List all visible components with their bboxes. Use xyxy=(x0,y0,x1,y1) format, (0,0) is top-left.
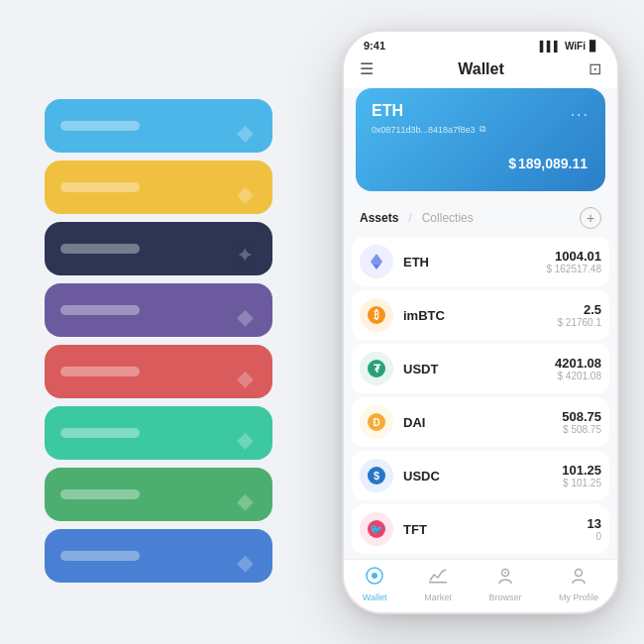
svg-point-13 xyxy=(372,573,377,579)
card-label xyxy=(60,305,140,315)
asset-item-usdc[interactable]: $ USDC 101.25 $ 101.25 xyxy=(352,451,609,500)
card-label xyxy=(60,244,140,254)
card-icon-5: ◆ xyxy=(231,365,259,392)
nav-market[interactable]: Market xyxy=(424,566,452,602)
card-icon-2: ◆ xyxy=(231,180,259,208)
menu-icon[interactable]: ☰ xyxy=(360,59,374,78)
tab-assets[interactable]: Assets xyxy=(360,211,398,225)
card-icon-1: ◆ xyxy=(231,119,259,147)
profile-nav-label: My Profile xyxy=(559,592,598,602)
usdc-name: USDC xyxy=(403,469,562,483)
scan-icon[interactable]: ⊡ xyxy=(589,59,601,78)
market-nav-label: Market xyxy=(424,592,452,602)
dai-amounts: 508.75 $ 508.75 xyxy=(562,409,601,435)
status-icons: ▌▌▌ WiFi ▊ xyxy=(540,41,597,52)
svg-text:₮: ₮ xyxy=(374,363,381,375)
wallet-more-button[interactable]: ... xyxy=(571,102,590,120)
card-icon-6: ◆ xyxy=(231,426,259,454)
imbtc-amounts: 2.5 $ 21760.1 xyxy=(558,302,602,328)
nav-profile[interactable]: My Profile xyxy=(559,566,598,602)
usdt-icon: ₮ xyxy=(360,352,393,385)
card-icon-3: ✦ xyxy=(231,242,259,269)
card-icon-8: ◆ xyxy=(231,549,259,577)
dai-name: DAI xyxy=(403,415,562,430)
bottom-nav: Wallet Market Browser xyxy=(344,559,617,612)
usdt-name: USDT xyxy=(403,362,555,376)
svg-text:$: $ xyxy=(374,470,379,482)
usdt-balance: 4201.08 xyxy=(555,356,601,371)
status-bar: 9:41 ▌▌▌ WiFi ▊ xyxy=(344,32,617,55)
card-label xyxy=(60,489,140,499)
card-icon-7: ◆ xyxy=(231,487,259,515)
wallet-card-2[interactable]: ◆ xyxy=(45,161,272,214)
usdc-balance: 101.25 xyxy=(562,463,601,478)
wallet-card-5[interactable]: ◆ xyxy=(45,345,272,398)
dai-icon: D xyxy=(360,405,393,439)
asset-list: ETH 1004.01 $ 162517.48 ₿ imBTC 2.5 $ 21… xyxy=(344,237,617,559)
tab-collecties[interactable]: Collecties xyxy=(422,211,474,225)
asset-item-dai[interactable]: D DAI 508.75 $ 508.75 xyxy=(352,397,609,447)
copy-address-icon[interactable]: ⧉ xyxy=(480,124,485,135)
tab-divider: / xyxy=(408,211,411,225)
card-label xyxy=(60,121,140,131)
card-icon-4: ◆ xyxy=(231,303,259,331)
svg-text:₿: ₿ xyxy=(374,309,379,321)
add-asset-button[interactable]: + xyxy=(580,207,601,229)
market-nav-icon xyxy=(428,566,448,590)
wallet-nav-label: Wallet xyxy=(363,592,387,602)
cards-stack: ◆ ◆ ✦ ◆ ◆ ◆ ◆ ◆ xyxy=(45,99,272,583)
scene: ◆ ◆ ✦ ◆ ◆ ◆ ◆ ◆ xyxy=(15,20,629,624)
wallet-card-3[interactable]: ✦ xyxy=(45,222,272,275)
assets-section-header: Assets / Collecties + xyxy=(344,201,617,237)
profile-nav-icon xyxy=(569,566,589,590)
phone-screen: 9:41 ▌▌▌ WiFi ▊ ☰ Wallet ⊡ ETH ... xyxy=(344,32,617,612)
browser-nav-label: Browser xyxy=(488,592,521,602)
asset-item-imbtc[interactable]: ₿ imBTC 2.5 $ 21760.1 xyxy=(352,290,609,340)
asset-item-tft[interactable]: 🐦 TFT 13 0 xyxy=(352,504,609,554)
imbtc-usd: $ 21760.1 xyxy=(558,317,602,328)
phone-mockup: 9:41 ▌▌▌ WiFi ▊ ☰ Wallet ⊡ ETH ... xyxy=(342,30,619,614)
assets-tabs: Assets / Collecties xyxy=(360,211,474,225)
eth-usd: $ 162517.48 xyxy=(546,264,601,274)
signal-icon: ▌▌▌ xyxy=(540,41,561,52)
card-label xyxy=(60,428,140,438)
nav-wallet[interactable]: Wallet xyxy=(363,566,387,602)
usdc-amounts: 101.25 $ 101.25 xyxy=(562,463,601,488)
usdt-amounts: 4201.08 $ 4201.08 xyxy=(555,356,601,381)
tft-balance: 13 xyxy=(588,516,601,531)
svg-point-17 xyxy=(576,570,583,577)
wallet-nav-icon xyxy=(365,566,384,590)
wallet-card-6[interactable]: ◆ xyxy=(45,406,272,460)
card-label xyxy=(60,551,140,561)
wallet-card-7[interactable]: ◆ xyxy=(45,468,272,521)
dai-usd: $ 508.75 xyxy=(562,424,601,435)
card-label xyxy=(60,367,140,376)
usdt-usd: $ 4201.08 xyxy=(555,371,601,381)
wallet-name: ETH xyxy=(372,102,403,120)
wallet-balance-card[interactable]: ETH ... 0x08711d3b...8418a7f8e3 ⧉ $189,0… xyxy=(356,88,605,191)
wallet-card-top: ETH ... xyxy=(372,102,590,120)
svg-point-16 xyxy=(504,572,506,574)
browser-nav-icon xyxy=(495,566,515,590)
asset-item-usdt[interactable]: ₮ USDT 4201.08 $ 4201.08 xyxy=(352,344,609,393)
phone-header: ☰ Wallet ⊡ xyxy=(344,55,617,88)
wallet-address: 0x08711d3b...8418a7f8e3 ⧉ xyxy=(372,124,590,135)
tft-usd: 0 xyxy=(588,531,601,542)
asset-item-eth[interactable]: ETH 1004.01 $ 162517.48 xyxy=(352,237,609,286)
tft-name: TFT xyxy=(403,522,588,537)
svg-text:🐦: 🐦 xyxy=(370,522,383,536)
tft-icon: 🐦 xyxy=(360,512,393,546)
wallet-balance-amount: $189,089.11 xyxy=(372,145,590,175)
eth-amounts: 1004.01 $ 162517.48 xyxy=(546,249,601,274)
eth-icon xyxy=(360,245,393,278)
eth-balance: 1004.01 xyxy=(546,249,601,264)
nav-browser[interactable]: Browser xyxy=(488,566,521,602)
usdc-icon: $ xyxy=(360,459,393,492)
wallet-card-8[interactable]: ◆ xyxy=(45,529,272,583)
tft-amounts: 13 0 xyxy=(588,516,601,542)
wallet-card-1[interactable]: ◆ xyxy=(45,99,272,153)
card-label xyxy=(60,182,140,192)
wallet-card-4[interactable]: ◆ xyxy=(45,283,272,337)
svg-text:D: D xyxy=(373,417,379,428)
dai-balance: 508.75 xyxy=(562,409,601,424)
